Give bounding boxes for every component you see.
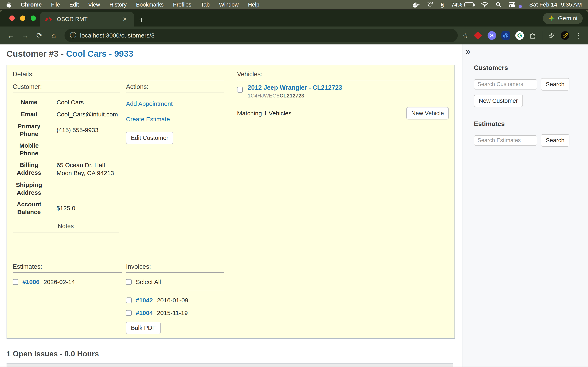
new-customer-button[interactable]: New Customer — [474, 95, 523, 107]
vehicles-heading: Vehicles: — [237, 71, 449, 80]
col-header-project: Project — [26, 363, 93, 367]
clef-menu-icon[interactable]: § — [441, 1, 444, 8]
customer-panel: Details: Customer: Name Cool Cars Email … — [7, 65, 455, 339]
menu-item-profiles[interactable]: Profiles — [173, 2, 191, 8]
browser-toolbar: ← → ⟳ ⌂ ⓘ localhost:3000/customers/3 ☆ S… — [0, 26, 588, 44]
toolbar-divider — [542, 31, 542, 40]
reload-icon[interactable]: ⟳ — [33, 31, 46, 40]
gemini-button[interactable]: Gemini — [543, 13, 583, 24]
gemini-sparkle-icon — [548, 15, 555, 22]
create-estimate-link[interactable]: Create Estimate — [126, 116, 224, 123]
new-tab-button[interactable]: + — [139, 16, 144, 25]
select-all-checkbox[interactable] — [126, 279, 132, 285]
search-customers-input[interactable] — [474, 79, 537, 90]
menu-item-tab[interactable]: Tab — [201, 2, 210, 8]
spotlight-search-icon[interactable] — [496, 2, 502, 8]
vin-prefix: 1C4HJWEG8 — [248, 92, 279, 99]
invoice-checkbox-1004[interactable] — [126, 310, 132, 316]
menu-item-file[interactable]: File — [51, 2, 60, 8]
apple-logo-icon[interactable] — [6, 2, 11, 8]
search-customers-button[interactable]: Search — [541, 78, 570, 91]
back-icon[interactable]: ← — [4, 31, 17, 40]
collapse-sidebar-icon[interactable]: » — [466, 47, 470, 56]
estimate-checkbox[interactable] — [13, 279, 18, 285]
search-estimates-input[interactable] — [474, 135, 537, 146]
estimate-date: 2026-02-14 — [43, 278, 75, 285]
extensions-puzzle-icon[interactable] — [529, 32, 536, 39]
add-appointment-link[interactable]: Add Appointment — [126, 100, 224, 107]
field-label-shipping-address: Shipping Address — [13, 181, 45, 196]
search-estimates-button[interactable]: Search — [541, 134, 570, 147]
menu-item-edit[interactable]: Edit — [69, 2, 79, 8]
field-value-name: Cool Cars — [57, 98, 120, 106]
notes-label: Notes — [13, 223, 119, 233]
tab-close-icon[interactable]: ✕ — [121, 15, 129, 23]
address-bar[interactable]: ⓘ localhost:3000/customers/3 — [65, 29, 458, 42]
gemini-label: Gemini — [558, 15, 577, 22]
field-value-billing-address: 65 Ocean Dr. Half Moon Bay, CA 94213 — [57, 161, 120, 177]
page-title-prefix: Customer #3 - — [7, 49, 66, 58]
chrome-menu-icon[interactable]: ⋮ — [575, 31, 582, 40]
issues-header-row: # Project Tracker Subject — [7, 363, 453, 367]
invoice-date-1042: 2016-01-09 — [157, 297, 188, 304]
grammarly-extension-icon[interactable]: G — [515, 31, 524, 40]
vehicle-link[interactable]: 2012 Jeep Wrangler - CL212723 — [248, 84, 342, 91]
window-close-button[interactable] — [9, 16, 15, 21]
customer-heading: Customer: — [13, 83, 120, 93]
invoices-heading: Invoices: — [126, 263, 224, 273]
col-header-id: # — [7, 363, 26, 367]
energy-saver-leaf-icon[interactable] — [548, 32, 555, 39]
invoice-date-1004: 2015-11-19 — [157, 309, 188, 317]
home-icon[interactable]: ⌂ — [47, 31, 60, 40]
battery-percent-label: 74% — [451, 2, 462, 8]
open-issues-table: # Project Tracker Subject 77 Redmine Tes… — [7, 363, 453, 367]
field-label-billing-address: Billing Address — [13, 161, 45, 177]
field-label-mobile-phone: Mobile Phone — [13, 142, 45, 157]
red-diamond-extension-icon[interactable] — [474, 31, 482, 40]
bulk-pdf-button[interactable]: Bulk PDF — [126, 322, 161, 334]
page-title: Customer #3 - Cool Cars - 9933 — [7, 49, 462, 59]
open-issues-heading: 1 Open Issues - 0.0 Hours — [7, 350, 462, 358]
vin-bold: CL212723 — [279, 92, 304, 99]
menu-item-help[interactable]: Help — [248, 2, 259, 8]
wifi-icon[interactable] — [481, 2, 488, 8]
macos-menu-bar: Chrome File Edit View History Bookmarks … — [0, 0, 588, 10]
profile-avatar[interactable] — [561, 31, 570, 40]
menu-item-chrome[interactable]: Chrome — [21, 2, 42, 8]
sidebar-estimates-heading: Estimates — [474, 120, 588, 128]
menu-item-history[interactable]: History — [109, 2, 127, 8]
estimate-row: #1006 2026-02-14 — [13, 278, 122, 285]
window-minimize-button[interactable] — [20, 16, 25, 21]
select-all-label: Select All — [136, 278, 161, 285]
url-text[interactable]: localhost:3000/customers/3 — [80, 32, 155, 39]
new-vehicle-button[interactable]: New Vehicle — [406, 107, 449, 119]
sidebar-customers-heading: Customers — [474, 64, 588, 72]
mask-menu-icon[interactable] — [427, 2, 433, 8]
purple-s-extension-icon[interactable]: S — [488, 31, 496, 40]
blue-at-extension-icon[interactable]: @ — [502, 31, 510, 40]
customer-name-link[interactable]: Cool Cars - 9933 — [66, 49, 133, 58]
window-zoom-button[interactable] — [31, 16, 36, 21]
invoice-checkbox-1042[interactable] — [126, 298, 132, 303]
menu-item-bookmarks[interactable]: Bookmarks — [136, 2, 164, 8]
site-info-icon[interactable]: ⓘ — [70, 31, 76, 40]
menu-item-view[interactable]: View — [88, 2, 100, 8]
edit-customer-button[interactable]: Edit Customer — [126, 132, 173, 144]
estimate-link[interactable]: #1006 — [22, 278, 39, 285]
menubar-time: 9:35 AM — [561, 1, 582, 8]
right-sidebar: » Customers Search New Customer Estimate… — [462, 44, 588, 367]
forward-icon[interactable]: → — [19, 31, 31, 40]
battery-indicator[interactable]: 74% — [451, 2, 474, 8]
customer-fields: Name Cool Cars Email Cool_Cars@intuit.co… — [13, 98, 120, 216]
docker-icon[interactable] — [412, 2, 420, 8]
invoices-divider — [126, 291, 224, 291]
menu-item-window[interactable]: Window — [219, 2, 239, 8]
invoice-link-1042[interactable]: #1042 — [136, 297, 153, 304]
vehicle-checkbox[interactable] — [237, 87, 243, 92]
browser-tab[interactable]: OSOR RMT ✕ — [40, 12, 134, 26]
invoice-link-1004[interactable]: #1004 — [136, 309, 153, 317]
bookmark-star-icon[interactable]: ☆ — [462, 31, 468, 40]
field-label-account-balance: Account Balance — [13, 200, 45, 216]
control-center-icon[interactable] — [509, 2, 516, 8]
field-value-primary-phone: (415) 555-9933 — [57, 126, 120, 134]
